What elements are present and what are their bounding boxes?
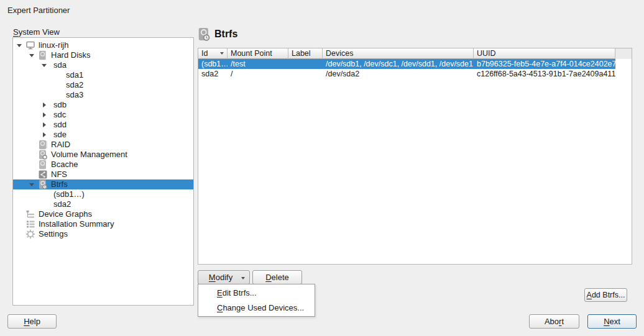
arrow-spacer: [50, 80, 63, 90]
tree-item[interactable]: sdd: [13, 120, 193, 130]
next-button[interactable]: Next: [587, 314, 637, 329]
tree-item[interactable]: sda2: [13, 80, 193, 90]
arrow-spacer: [50, 70, 63, 80]
tree-item[interactable]: linux-rijh: [13, 40, 193, 50]
device-graphs-icon: [25, 209, 35, 219]
delete-button[interactable]: Delete: [252, 270, 302, 284]
tree-item[interactable]: Hard Disks: [13, 50, 193, 60]
arrow-spacer: [25, 150, 38, 160]
system-view-tree[interactable]: linux-rijhHard Diskssdasda1sda2sda3sdbsd…: [12, 37, 194, 306]
tree-item[interactable]: Installation Summary: [13, 219, 193, 229]
tree-item[interactable]: RAID: [13, 140, 193, 150]
tree-item-label: Installation Summary: [39, 219, 114, 229]
tree-item[interactable]: Btrfs: [13, 179, 193, 189]
menu-item[interactable]: Change Used Devices...: [198, 302, 315, 314]
tree-item-label: Bcache: [51, 160, 78, 170]
tree-item[interactable]: (sdb1…): [13, 189, 193, 199]
arrow-spacer: [38, 199, 50, 209]
chevron-right-icon: [43, 102, 46, 107]
chevron-down-icon: [29, 54, 34, 57]
table-cell: /: [228, 69, 288, 79]
installation-summary-icon: [25, 219, 35, 229]
volume-management-icon: [38, 150, 48, 160]
tree-item[interactable]: Volume Management: [13, 150, 193, 160]
tree-item-label: Device Graphs: [39, 209, 92, 219]
chevron-down-icon: [42, 64, 47, 67]
table-cell: c126ff68-5a43-4513-91b1-7ae2409a411d: [474, 69, 615, 79]
tree-item[interactable]: sda2: [13, 199, 193, 209]
help-button[interactable]: Help: [7, 314, 57, 329]
settings-icon: [25, 229, 35, 239]
tree-item-label: sda3: [66, 90, 83, 100]
column-header[interactable]: UUID: [474, 48, 615, 59]
tree-item-label: sda2: [66, 80, 83, 90]
delete-button-label: Delete: [265, 273, 289, 282]
tree-item-label: Volume Management: [51, 150, 127, 160]
table-cell: b7b96325-feb5-4e7e-a7f4-014ce2402e71: [474, 59, 615, 69]
menu-item[interactable]: Edit Btrfs...: [198, 287, 315, 299]
next-button-label: Next: [604, 317, 620, 326]
raid-icon: [38, 140, 48, 150]
add-btrfs-button-label: Add Btrfs...: [587, 291, 625, 299]
table-cell: /dev/sdb1, /dev/sdc1, /dev/sdd1, /dev/sd…: [323, 59, 474, 69]
btrfs-table[interactable]: IdMount PointLabelDevicesUUID (sdb1…)/te…: [198, 48, 632, 265]
modify-button-label: Modify: [209, 273, 232, 282]
column-header[interactable]: Id: [198, 48, 228, 59]
expand-arrow-icon[interactable]: [38, 100, 50, 110]
btrfs-icon: [38, 179, 48, 189]
tree-item[interactable]: sdc: [13, 110, 193, 120]
tree-item[interactable]: sde: [13, 130, 193, 140]
column-header[interactable]: Mount Point: [228, 48, 288, 59]
table-body: (sdb1…)/test/dev/sdb1, /dev/sdc1, /dev/s…: [198, 59, 632, 79]
add-btrfs-button[interactable]: Add Btrfs...: [584, 288, 627, 302]
btrfs-icon: [197, 27, 211, 41]
table-cell: [288, 59, 323, 69]
table-cell: /test: [228, 59, 288, 69]
arrow-spacer: [38, 189, 50, 199]
tree-item[interactable]: sdb: [13, 100, 193, 110]
expand-arrow-icon[interactable]: [38, 60, 50, 70]
tree-item-label: linux-rijh: [39, 40, 68, 50]
expand-arrow-icon[interactable]: [38, 110, 50, 120]
chevron-right-icon: [43, 112, 46, 117]
expand-arrow-icon[interactable]: [25, 50, 38, 60]
abort-button-label: Abort: [545, 317, 564, 326]
sort-indicator-icon: [220, 52, 224, 55]
nfs-icon: [38, 170, 48, 179]
tree-item[interactable]: sda3: [13, 90, 193, 100]
table-row[interactable]: (sdb1…)/test/dev/sdb1, /dev/sdc1, /dev/s…: [198, 59, 615, 69]
table-cell: /dev/sda2: [323, 69, 474, 79]
expand-arrow-icon[interactable]: [38, 120, 50, 130]
expand-arrow-icon[interactable]: [38, 130, 50, 140]
tree-item[interactable]: Bcache: [13, 160, 193, 170]
tree-item-label: RAID: [51, 140, 70, 150]
tree-item[interactable]: NFS: [13, 170, 193, 179]
chevron-right-icon: [43, 132, 46, 137]
arrow-spacer: [25, 160, 38, 170]
modify-dropdown-menu: Edit Btrfs...Change Used Devices...: [198, 284, 315, 317]
expand-arrow-icon[interactable]: [25, 179, 38, 189]
tree-item[interactable]: Device Graphs: [13, 209, 193, 219]
tree-item[interactable]: sda: [13, 60, 193, 70]
page-title: Btrfs: [214, 29, 237, 40]
computer-icon: [25, 40, 35, 50]
tree-item-label: Btrfs: [51, 179, 68, 189]
window-title: Expert Partitioner: [7, 6, 70, 15]
modify-button[interactable]: Modify: [198, 270, 250, 284]
arrow-spacer: [13, 209, 25, 219]
chevron-right-icon: [43, 122, 46, 127]
expand-arrow-icon[interactable]: [13, 40, 25, 50]
table-row[interactable]: sda2//dev/sda2c126ff68-5a43-4513-91b1-7a…: [198, 69, 615, 79]
tree-item-label: sde: [53, 130, 67, 140]
column-header[interactable]: Label: [288, 48, 323, 59]
tree-item-label: sdc: [53, 110, 66, 120]
table-cell: sda2: [198, 69, 228, 79]
abort-button[interactable]: Abort: [529, 314, 579, 329]
table-cell: (sdb1…): [198, 59, 228, 69]
system-view-label: System View: [13, 27, 60, 37]
bcache-icon: [38, 160, 48, 170]
tree-item[interactable]: Settings: [13, 229, 193, 239]
arrow-spacer: [25, 170, 38, 179]
tree-item[interactable]: sda1: [13, 70, 193, 80]
column-header[interactable]: Devices: [323, 48, 474, 59]
